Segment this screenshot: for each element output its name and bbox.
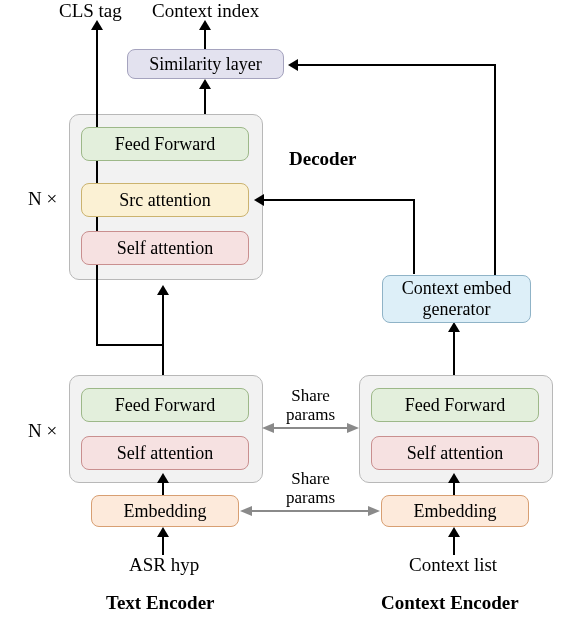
label-share-params-1: Share params [286, 387, 335, 424]
block-ctx-selfattention: Self attention [371, 436, 539, 470]
arrow-ctxenc-to-ceg-head [448, 322, 460, 332]
block-dec-selfattention: Self attention [81, 231, 249, 265]
label-dec-src: Src attention [119, 190, 210, 211]
label-n-times-dec: N × [28, 188, 57, 210]
block-dec-feedforward: Feed Forward [81, 127, 249, 161]
label-dec-ff: Feed Forward [115, 134, 215, 155]
arrow-ceg-to-src-h [262, 199, 415, 201]
label-similarity: Similarity layer [149, 54, 261, 75]
label-context-encoder: Context Encoder [381, 592, 519, 614]
arrow-textenc-to-dec-head [157, 285, 169, 295]
arrow-ctxlist-to-embed [453, 535, 455, 555]
label-decoder: Decoder [289, 148, 357, 170]
block-similarity: Similarity layer [127, 49, 284, 79]
label-txt-ff: Feed Forward [115, 395, 215, 416]
arrow-embed-to-ctxenc-head [448, 473, 460, 483]
block-context-embed-gen: Context embed generator [382, 275, 531, 323]
svg-marker-4 [240, 506, 252, 516]
arrow-ceg-to-sim-v [494, 64, 496, 276]
label-cls-tag: CLS tag [59, 0, 122, 22]
arrow-dec-to-sim-head [199, 79, 211, 89]
label-share-params-2: Share params [286, 470, 335, 507]
block-text-feedforward: Feed Forward [81, 388, 249, 422]
arrow-split-h1 [96, 344, 164, 346]
label-txt-self: Self attention [117, 443, 213, 464]
block-ctx-feedforward: Feed Forward [371, 388, 539, 422]
arrow-ctxlist-to-embed-head [448, 527, 460, 537]
arrow-ceg-to-sim-h [296, 64, 496, 66]
block-ctx-embedding: Embedding [381, 495, 529, 527]
label-ctx-self: Self attention [407, 443, 503, 464]
svg-marker-1 [262, 423, 274, 433]
arrow-dec-to-sim [204, 87, 206, 114]
arrow-asr-to-embedding-head [157, 527, 169, 537]
label-ctx-ff: Feed Forward [405, 395, 505, 416]
block-text-embedding: Embedding [91, 495, 239, 527]
label-ctx-emb: Embedding [414, 501, 497, 522]
label-txt-emb: Embedding [124, 501, 207, 522]
label-context-index: Context index [152, 0, 259, 22]
arrow-embed-to-ctxenc [453, 481, 455, 496]
arrow-asr-to-embedding [162, 535, 164, 555]
block-text-selfattention: Self attention [81, 436, 249, 470]
arrow-embed-to-textenc-head [157, 473, 169, 483]
svg-marker-5 [368, 506, 380, 516]
arrow-ctxenc-to-ceg [453, 330, 455, 375]
label-n-times-enc: N × [28, 420, 57, 442]
label-dec-self: Self attention [117, 238, 213, 259]
arrow-ceg-to-src-v [413, 199, 415, 274]
svg-marker-2 [347, 423, 359, 433]
label-text-encoder: Text Encoder [106, 592, 215, 614]
arrow-ceg-to-src-head [254, 194, 264, 206]
arrow-textenc-to-dec [162, 293, 164, 375]
label-context-list: Context list [409, 554, 497, 576]
label-ceg: Context embed generator [402, 278, 511, 319]
label-asr-hyp: ASR hyp [129, 554, 199, 576]
block-dec-srcattention: Src attention [81, 183, 249, 217]
arrow-sim-to-ctxidx [204, 28, 206, 50]
arrow-embed-to-textenc [162, 481, 164, 496]
arrow-ceg-to-sim-head [288, 59, 298, 71]
